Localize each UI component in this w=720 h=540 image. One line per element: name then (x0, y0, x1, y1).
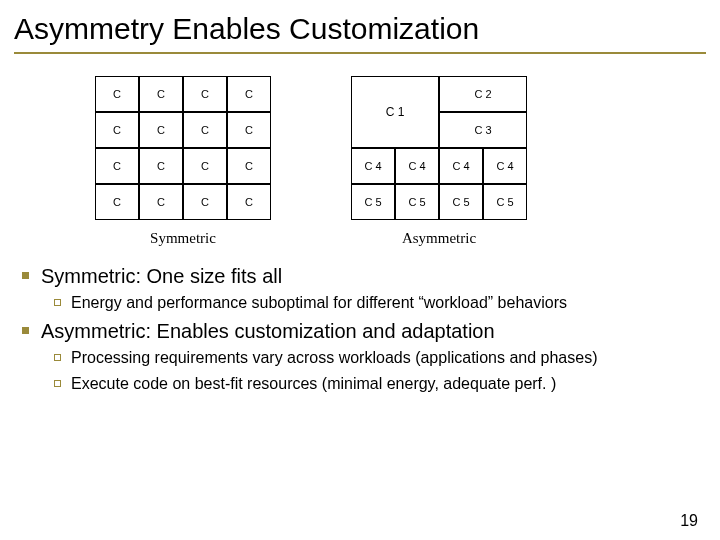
page-number: 19 (680, 512, 698, 530)
bullet-hollow-square-icon (54, 380, 61, 387)
caption-row: Symmetric Asymmetric (0, 220, 720, 247)
bullet-l2: Execute code on best-fit resources (mini… (54, 375, 720, 393)
asym-cell: C 5 (351, 184, 395, 220)
sym-cell: C (227, 112, 271, 148)
bullet-text: Energy and performance suboptimal for di… (71, 294, 567, 312)
asym-cell: C 5 (483, 184, 527, 220)
bullet-text: Processing requirements vary across work… (71, 349, 597, 367)
sym-cell: C (227, 184, 271, 220)
bullet-hollow-square-icon (54, 354, 61, 361)
bullet-text: Execute code on best-fit resources (mini… (71, 375, 556, 393)
sym-cell: C (95, 112, 139, 148)
slide-title: Asymmetry Enables Customization (0, 0, 720, 52)
asym-cell: C 5 (395, 184, 439, 220)
asymmetric-caption: Asymmetric (351, 230, 527, 247)
symmetric-grid: C C C C C C C C C C C C C C C C (95, 76, 271, 220)
bullet-l1: Asymmetric: Enables customization and ad… (22, 320, 720, 343)
symmetric-caption: Symmetric (95, 230, 271, 247)
asym-cell: C 5 (439, 184, 483, 220)
asym-cell: C 4 (395, 148, 439, 184)
asym-c1: C 1 (351, 76, 439, 148)
asymmetric-grid: C 1 C 2 C 3 C 4 C 4 C 4 C 4 C 5 C 5 C 5 … (351, 76, 527, 220)
sym-cell: C (95, 76, 139, 112)
asym-cell: C 4 (439, 148, 483, 184)
sym-cell: C (227, 148, 271, 184)
asym-cell: C 4 (483, 148, 527, 184)
bullet-square-icon (22, 272, 29, 279)
sym-cell: C (139, 112, 183, 148)
sym-cell: C (183, 148, 227, 184)
asym-c3: C 3 (439, 112, 527, 148)
asym-cell: C 4 (351, 148, 395, 184)
sym-cell: C (183, 112, 227, 148)
bullet-block: Symmetric: One size fits all Energy and … (0, 247, 720, 393)
sym-cell: C (227, 76, 271, 112)
asym-c2: C 2 (439, 76, 527, 112)
bullet-hollow-square-icon (54, 299, 61, 306)
sym-cell: C (139, 148, 183, 184)
grid-row: C C C C C C C C C C C C C C C C C 1 C 2 … (0, 54, 720, 220)
sym-cell: C (139, 76, 183, 112)
sym-cell: C (95, 148, 139, 184)
bullet-text: Symmetric: One size fits all (41, 265, 282, 288)
sym-cell: C (139, 184, 183, 220)
sym-cell: C (183, 76, 227, 112)
bullet-square-icon (22, 327, 29, 334)
sym-cell: C (183, 184, 227, 220)
bullet-l2: Processing requirements vary across work… (54, 349, 720, 367)
bullet-l1: Symmetric: One size fits all (22, 265, 720, 288)
sym-cell: C (95, 184, 139, 220)
bullet-text: Asymmetric: Enables customization and ad… (41, 320, 495, 343)
bullet-l2: Energy and performance suboptimal for di… (54, 294, 720, 312)
